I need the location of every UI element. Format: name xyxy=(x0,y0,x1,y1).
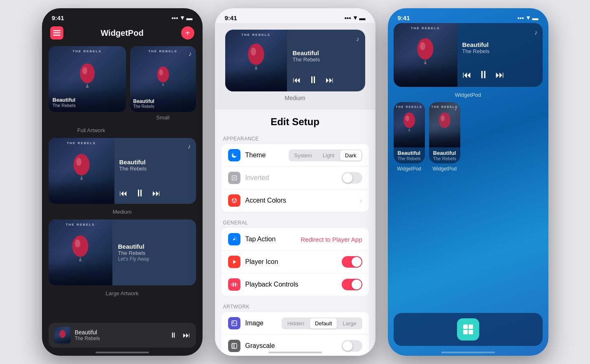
p3-rewind[interactable]: ⏮ xyxy=(462,70,471,80)
tap-action-row[interactable]: Tap Action Redirect to Player App xyxy=(222,228,369,251)
full-artwork-label: Full Artwork xyxy=(77,127,105,133)
p3-s1-title: Beautiful xyxy=(398,150,421,156)
svg-rect-27 xyxy=(232,343,234,348)
playback-controls-row[interactable]: Playback Controls xyxy=(222,273,369,296)
preview-artist: The Rebels xyxy=(293,56,359,63)
menu-icon[interactable] xyxy=(50,26,63,40)
svg-point-28 xyxy=(417,38,433,59)
medium-title: Beautiful xyxy=(119,159,191,166)
svg-point-8 xyxy=(73,154,89,175)
p3-wide-widget[interactable]: THE REBELS ♪ Beautiful xyxy=(394,23,543,87)
mini-forward[interactable]: ⏭ xyxy=(183,331,190,340)
svg-point-13 xyxy=(248,44,264,65)
tap-value: Redirect to Player App xyxy=(301,236,362,243)
p3-wide-label: WidgetPod xyxy=(394,92,543,98)
p3-dock-icon[interactable] xyxy=(457,318,479,341)
p3-dock xyxy=(394,313,543,346)
player-icon-label: Player Icon xyxy=(245,258,342,266)
time-light: 9:41 xyxy=(225,14,237,21)
forward-btn[interactable]: ⏭ xyxy=(152,189,161,198)
widget-medium[interactable]: THE REBELS ♪ Beautiful The Rebels ⏮ xyxy=(49,138,196,204)
image-label: Image xyxy=(245,320,282,327)
p3-small-widget-1[interactable]: THE REBELS Beautiful The Rebels xyxy=(394,102,425,163)
svg-rect-1 xyxy=(53,33,61,34)
grayscale-label: Grayscale xyxy=(245,342,342,350)
svg-point-10 xyxy=(72,236,88,257)
widget-large-artwork[interactable]: THE REBELS Beautiful The Rebels Let's Fl… xyxy=(49,219,196,285)
p3-pause[interactable]: ⏸ xyxy=(478,68,489,81)
p3-s2-artist: The Rebels xyxy=(433,156,456,161)
note-icon-small: ♪ xyxy=(189,50,192,58)
image-default[interactable]: Default xyxy=(310,318,337,329)
phone-light: 9:41 ▪▪▪ ▾ ▬ THE REBELS xyxy=(215,8,375,356)
preview-pause[interactable]: ⏸ xyxy=(308,74,318,86)
widget-small[interactable]: THE REBELS ♪ Beautiful The Rebels xyxy=(130,46,196,112)
svg-point-9 xyxy=(76,158,81,166)
image-icon xyxy=(228,317,240,329)
p3-artist: The Rebels xyxy=(462,48,538,54)
theme-segmented[interactable]: System Light Dark xyxy=(289,149,362,161)
svg-rect-35 xyxy=(469,324,473,329)
mini-player[interactable]: Beautiful The Rebels ⏸ ⏭ xyxy=(49,323,196,348)
inverted-toggle[interactable] xyxy=(342,172,362,184)
svg-point-3 xyxy=(80,63,95,83)
grayscale-icon xyxy=(228,340,240,352)
signal-icon-blue: ▪▪▪ xyxy=(518,14,524,21)
svg-point-33 xyxy=(441,115,444,121)
add-button[interactable]: + xyxy=(181,26,194,40)
image-segmented[interactable]: Hidden Default Large xyxy=(282,317,362,329)
rewind-btn[interactable]: ⏮ xyxy=(119,189,128,198)
p3-small-label-2: WidgetPod xyxy=(433,166,457,172)
preview-rewind[interactable]: ⏮ xyxy=(293,75,301,85)
svg-rect-37 xyxy=(469,330,473,334)
home-indicator-light xyxy=(268,352,322,353)
fa-artist: The Rebels xyxy=(53,103,76,108)
mini-pause[interactable]: ⏸ xyxy=(170,331,177,340)
svg-point-31 xyxy=(405,115,409,121)
theme-light[interactable]: Light xyxy=(318,150,339,161)
p3-small-widget-2[interactable]: THE REBELS ♪ Beautiful The Rebels xyxy=(429,102,460,163)
theme-row[interactable]: Theme System Light Dark xyxy=(222,144,369,167)
p3-forward[interactable]: ⏭ xyxy=(495,70,504,80)
status-bar-light: 9:41 ▪▪▪ ▾ ▬ xyxy=(215,8,375,23)
large-title: Beautiful xyxy=(118,243,191,250)
time-blue: 9:41 xyxy=(398,14,410,21)
accent-chevron: › xyxy=(360,197,362,204)
home-indicator-blue xyxy=(441,352,495,353)
accent-row[interactable]: Accent Colors › xyxy=(222,189,369,212)
svg-rect-2 xyxy=(53,35,61,36)
theme-dark[interactable]: Dark xyxy=(340,150,361,161)
image-hidden[interactable]: Hidden xyxy=(282,318,309,329)
medium-artist: The Rebels xyxy=(119,166,191,172)
grayscale-toggle[interactable] xyxy=(342,340,362,352)
svg-point-29 xyxy=(420,42,425,50)
pause-btn[interactable]: ⏸ xyxy=(135,187,145,199)
svg-point-6 xyxy=(157,67,169,82)
preview-widget: THE REBELS ♪ Beautiful The Rebels xyxy=(225,30,365,91)
theme-system[interactable]: System xyxy=(289,150,317,161)
battery-icon-light: ▬ xyxy=(359,14,366,21)
svg-marker-22 xyxy=(231,283,232,285)
svg-rect-0 xyxy=(53,30,61,31)
widget-full-artwork[interactable]: THE REBELS Beautiful The Rebels xyxy=(49,46,126,112)
image-row[interactable]: Image Hidden Default Large xyxy=(222,312,369,335)
inverted-row[interactable]: Inverted xyxy=(222,167,369,189)
widget-preview-area: THE REBELS ♪ Beautiful The Rebels xyxy=(215,23,375,110)
large-artist: The Rebels xyxy=(118,250,191,256)
playback-icon xyxy=(228,278,240,291)
status-icons-blue: ▪▪▪ ▾ ▬ xyxy=(518,14,539,21)
p3-small-label-1: WidgetPod xyxy=(397,166,421,172)
status-icons-dark: ▪▪▪ ▾ ▬ xyxy=(172,14,193,21)
playback-toggle[interactable] xyxy=(342,279,362,290)
player-icon-toggle[interactable] xyxy=(342,256,362,268)
settings-title: Edit Setup xyxy=(215,110,375,131)
svg-point-30 xyxy=(403,112,415,128)
preview-note: ♪ xyxy=(293,35,359,43)
tap-label: Tap Action xyxy=(245,236,301,243)
theme-icon xyxy=(228,149,240,161)
image-large[interactable]: Large xyxy=(338,318,361,329)
phone-blue: 9:41 ▪▪▪ ▾ ▬ THE REBELS xyxy=(388,8,548,356)
preview-forward[interactable]: ⏭ xyxy=(326,75,334,85)
player-icon-row[interactable]: Player Icon xyxy=(222,251,369,273)
theme-label: Theme xyxy=(245,152,289,159)
